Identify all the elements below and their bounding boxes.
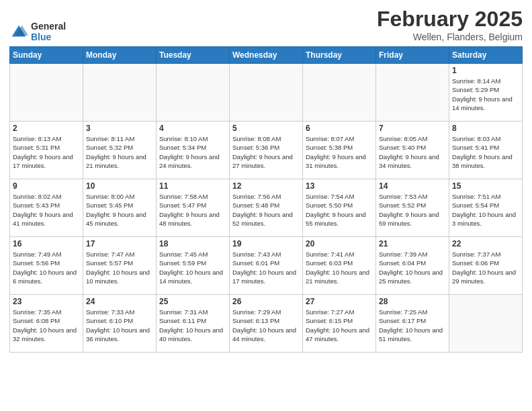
- calendar-cell: [303, 64, 376, 122]
- day-info: Sunrise: 7:43 AM Sunset: 6:01 PM Dayligh…: [232, 250, 300, 285]
- day-info: Sunrise: 7:35 AM Sunset: 6:08 PM Dayligh…: [13, 308, 80, 343]
- calendar-cell: 3Sunrise: 8:11 AM Sunset: 5:32 PM Daylig…: [83, 122, 157, 179]
- logo-blue-text: Blue: [31, 32, 66, 42]
- day-info: Sunrise: 7:25 AM Sunset: 6:17 PM Dayligh…: [379, 308, 446, 343]
- day-info: Sunrise: 7:31 AM Sunset: 6:11 PM Dayligh…: [159, 308, 226, 343]
- calendar-cell: 7Sunrise: 8:05 AM Sunset: 5:40 PM Daylig…: [376, 122, 449, 179]
- calendar: Sunday Monday Tuesday Wednesday Thursday…: [9, 46, 523, 353]
- calendar-cell: 19Sunrise: 7:43 AM Sunset: 6:01 PM Dayli…: [230, 237, 303, 295]
- day-number: 13: [306, 181, 373, 191]
- calendar-week-4: 16Sunrise: 7:49 AM Sunset: 5:56 PM Dayli…: [10, 237, 523, 295]
- day-number: 25: [159, 297, 226, 306]
- header: General Blue February 2025 Wellen, Fland…: [9, 7, 523, 42]
- calendar-cell: 9Sunrise: 8:02 AM Sunset: 5:43 PM Daylig…: [10, 179, 83, 237]
- calendar-week-2: 2Sunrise: 8:13 AM Sunset: 5:31 PM Daylig…: [10, 122, 523, 179]
- day-info: Sunrise: 7:56 AM Sunset: 5:48 PM Dayligh…: [232, 192, 300, 228]
- day-info: Sunrise: 7:41 AM Sunset: 6:03 PM Dayligh…: [306, 250, 373, 285]
- calendar-cell: 25Sunrise: 7:31 AM Sunset: 6:11 PM Dayli…: [157, 295, 230, 353]
- day-number: 16: [13, 239, 80, 248]
- day-number: 28: [379, 297, 446, 306]
- calendar-cell: 12Sunrise: 7:56 AM Sunset: 5:48 PM Dayli…: [230, 179, 303, 237]
- day-number: 27: [306, 297, 373, 306]
- calendar-cell: [157, 64, 230, 122]
- day-info: Sunrise: 7:51 AM Sunset: 5:54 PM Dayligh…: [452, 192, 519, 228]
- calendar-cell: 20Sunrise: 7:41 AM Sunset: 6:03 PM Dayli…: [303, 237, 376, 295]
- day-number: 5: [232, 124, 300, 133]
- title-block: February 2025 Wellen, Flanders, Belgium: [377, 7, 523, 42]
- calendar-week-5: 23Sunrise: 7:35 AM Sunset: 6:08 PM Dayli…: [10, 295, 523, 353]
- day-info: Sunrise: 8:03 AM Sunset: 5:41 PM Dayligh…: [452, 134, 519, 170]
- calendar-cell: 23Sunrise: 7:35 AM Sunset: 6:08 PM Dayli…: [10, 295, 83, 353]
- col-wednesday: Wednesday: [230, 47, 303, 64]
- day-info: Sunrise: 8:05 AM Sunset: 5:40 PM Dayligh…: [379, 134, 446, 170]
- day-info: Sunrise: 8:10 AM Sunset: 5:34 PM Dayligh…: [159, 134, 226, 170]
- day-info: Sunrise: 7:49 AM Sunset: 5:56 PM Dayligh…: [13, 250, 80, 285]
- day-info: Sunrise: 7:39 AM Sunset: 6:04 PM Dayligh…: [379, 250, 446, 285]
- calendar-cell: 28Sunrise: 7:25 AM Sunset: 6:17 PM Dayli…: [376, 295, 449, 353]
- logo-general-text: General: [31, 21, 66, 32]
- day-number: 24: [86, 297, 153, 306]
- col-thursday: Thursday: [303, 47, 376, 64]
- day-number: 17: [86, 239, 153, 248]
- calendar-cell: [83, 64, 157, 122]
- calendar-cell: 1Sunrise: 8:14 AM Sunset: 5:29 PM Daylig…: [449, 64, 523, 122]
- calendar-cell: [230, 64, 303, 122]
- day-info: Sunrise: 7:33 AM Sunset: 6:10 PM Dayligh…: [86, 308, 153, 343]
- logo: General Blue: [9, 21, 66, 42]
- calendar-cell: 14Sunrise: 7:53 AM Sunset: 5:52 PM Dayli…: [376, 179, 449, 237]
- day-number: 1: [452, 66, 519, 75]
- calendar-cell: 13Sunrise: 7:54 AM Sunset: 5:50 PM Dayli…: [303, 179, 376, 237]
- col-monday: Monday: [83, 47, 157, 64]
- day-number: 23: [13, 297, 80, 306]
- day-number: 21: [379, 239, 446, 248]
- calendar-cell: 15Sunrise: 7:51 AM Sunset: 5:54 PM Dayli…: [449, 179, 523, 237]
- month-title: February 2025: [377, 7, 523, 32]
- calendar-cell: 2Sunrise: 8:13 AM Sunset: 5:31 PM Daylig…: [10, 122, 83, 179]
- day-info: Sunrise: 7:54 AM Sunset: 5:50 PM Dayligh…: [306, 192, 373, 228]
- day-number: 18: [159, 239, 226, 248]
- day-number: 22: [452, 239, 519, 248]
- day-number: 11: [159, 181, 226, 191]
- calendar-cell: [10, 64, 83, 122]
- day-info: Sunrise: 8:13 AM Sunset: 5:31 PM Dayligh…: [13, 134, 80, 170]
- day-number: 8: [452, 124, 519, 133]
- calendar-cell: 4Sunrise: 8:10 AM Sunset: 5:34 PM Daylig…: [157, 122, 230, 179]
- calendar-cell: 21Sunrise: 7:39 AM Sunset: 6:04 PM Dayli…: [376, 237, 449, 295]
- day-number: 19: [232, 239, 300, 248]
- day-info: Sunrise: 7:37 AM Sunset: 6:06 PM Dayligh…: [452, 250, 519, 285]
- day-info: Sunrise: 8:08 AM Sunset: 5:36 PM Dayligh…: [232, 134, 300, 170]
- calendar-cell: 5Sunrise: 8:08 AM Sunset: 5:36 PM Daylig…: [230, 122, 303, 179]
- calendar-cell: 8Sunrise: 8:03 AM Sunset: 5:41 PM Daylig…: [449, 122, 523, 179]
- col-saturday: Saturday: [449, 47, 523, 64]
- day-number: 14: [379, 181, 446, 191]
- day-number: 3: [86, 124, 153, 133]
- calendar-cell: 22Sunrise: 7:37 AM Sunset: 6:06 PM Dayli…: [449, 237, 523, 295]
- day-info: Sunrise: 7:53 AM Sunset: 5:52 PM Dayligh…: [379, 192, 446, 228]
- col-tuesday: Tuesday: [157, 47, 230, 64]
- calendar-week-3: 9Sunrise: 8:02 AM Sunset: 5:43 PM Daylig…: [10, 179, 523, 237]
- calendar-cell: 11Sunrise: 7:58 AM Sunset: 5:47 PM Dayli…: [157, 179, 230, 237]
- calendar-cell: [449, 295, 523, 353]
- calendar-cell: [376, 64, 449, 122]
- day-number: 26: [232, 297, 300, 306]
- day-info: Sunrise: 7:29 AM Sunset: 6:13 PM Dayligh…: [232, 308, 300, 343]
- day-info: Sunrise: 7:45 AM Sunset: 5:59 PM Dayligh…: [159, 250, 226, 285]
- calendar-cell: 26Sunrise: 7:29 AM Sunset: 6:13 PM Dayli…: [230, 295, 303, 353]
- day-info: Sunrise: 8:00 AM Sunset: 5:45 PM Dayligh…: [86, 192, 153, 228]
- calendar-header-row: Sunday Monday Tuesday Wednesday Thursday…: [10, 47, 523, 64]
- day-number: 20: [306, 239, 373, 248]
- day-number: 4: [159, 124, 226, 133]
- day-number: 7: [379, 124, 446, 133]
- day-number: 12: [232, 181, 300, 191]
- day-info: Sunrise: 8:14 AM Sunset: 5:29 PM Dayligh…: [452, 77, 519, 112]
- calendar-cell: 27Sunrise: 7:27 AM Sunset: 6:15 PM Dayli…: [303, 295, 376, 353]
- calendar-cell: 16Sunrise: 7:49 AM Sunset: 5:56 PM Dayli…: [10, 237, 83, 295]
- day-number: 6: [306, 124, 373, 133]
- day-info: Sunrise: 8:11 AM Sunset: 5:32 PM Dayligh…: [86, 134, 153, 170]
- logo-icon: [9, 23, 28, 42]
- day-info: Sunrise: 8:07 AM Sunset: 5:38 PM Dayligh…: [306, 134, 373, 170]
- day-info: Sunrise: 7:58 AM Sunset: 5:47 PM Dayligh…: [159, 192, 226, 228]
- col-friday: Friday: [376, 47, 449, 64]
- day-number: 2: [13, 124, 80, 133]
- day-info: Sunrise: 7:47 AM Sunset: 5:57 PM Dayligh…: [86, 250, 153, 285]
